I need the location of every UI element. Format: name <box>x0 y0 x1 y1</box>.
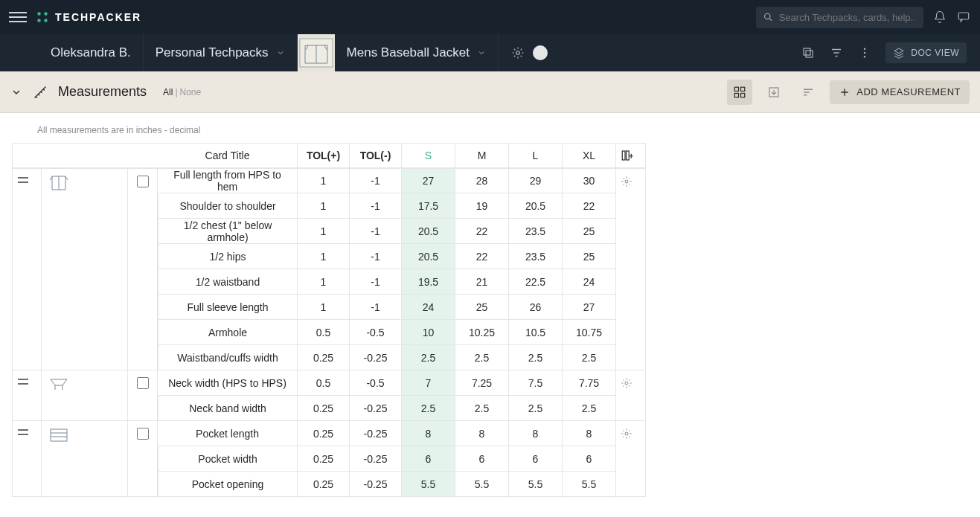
size-value-cell[interactable]: 2.5 <box>563 396 616 421</box>
measurement-title-cell[interactable]: 1/2 waistband <box>158 269 298 295</box>
tol-minus-cell[interactable]: -1 <box>350 244 402 269</box>
drag-handle[interactable] <box>12 421 42 497</box>
tol-minus-cell[interactable]: -1 <box>350 269 402 295</box>
breadcrumb-workspace[interactable]: Personal Techpacks <box>144 34 298 71</box>
size-value-cell[interactable]: 2.5 <box>509 345 563 370</box>
notifications-icon[interactable] <box>932 10 947 25</box>
size-value-cell[interactable]: 19.5 <box>402 269 455 295</box>
row-settings-button[interactable] <box>616 421 646 497</box>
tol-minus-cell[interactable]: -1 <box>350 219 402 244</box>
size-value-cell[interactable]: 21 <box>455 269 509 295</box>
add-size-column-button[interactable] <box>616 143 646 168</box>
project-thumbnail[interactable] <box>298 34 335 71</box>
col-size-xl[interactable]: XL <box>563 143 616 168</box>
drag-handle[interactable] <box>12 370 42 421</box>
size-value-cell[interactable]: 10.25 <box>455 320 509 345</box>
size-value-cell[interactable]: 6 <box>455 446 509 472</box>
copy-icon[interactable] <box>801 45 816 60</box>
size-value-cell[interactable]: 8 <box>563 421 616 446</box>
measurement-title-cell[interactable]: Neck band width <box>158 396 298 421</box>
tol-plus-cell[interactable]: 1 <box>298 244 350 269</box>
filter-none-link[interactable]: None <box>180 87 202 97</box>
section-collapse-icon[interactable] <box>10 86 22 98</box>
size-value-cell[interactable]: 20.5 <box>509 193 563 219</box>
tol-plus-cell[interactable]: 1 <box>298 168 350 193</box>
tol-plus-cell[interactable]: 1 <box>298 219 350 244</box>
measurement-title-cell[interactable]: Pocket width <box>158 446 298 472</box>
measurement-title-cell[interactable]: 1/2 chest (1" below armhole) <box>158 219 298 244</box>
tol-plus-cell[interactable]: 1 <box>298 295 350 320</box>
tol-plus-cell[interactable]: 0.25 <box>298 446 350 472</box>
size-value-cell[interactable]: 26 <box>509 295 563 320</box>
group-checkbox[interactable] <box>128 370 158 421</box>
group-thumbnail[interactable] <box>42 421 128 497</box>
size-value-cell[interactable]: 8 <box>402 421 455 446</box>
measurement-title-cell[interactable]: Waistband/cuffs width <box>158 345 298 370</box>
tol-minus-cell[interactable]: -1 <box>350 168 402 193</box>
col-size-m[interactable]: M <box>455 143 509 168</box>
row-settings-button[interactable] <box>616 168 646 370</box>
sort-button[interactable] <box>795 80 821 105</box>
size-value-cell[interactable]: 10.75 <box>563 320 616 345</box>
measurement-title-cell[interactable]: Shoulder to shoulder <box>158 193 298 219</box>
size-value-cell[interactable]: 7.5 <box>509 370 563 396</box>
size-value-cell[interactable]: 5.5 <box>509 472 563 497</box>
size-value-cell[interactable]: 10.5 <box>509 320 563 345</box>
size-value-cell[interactable]: 5.5 <box>563 472 616 497</box>
size-value-cell[interactable]: 22 <box>455 244 509 269</box>
breadcrumb-user[interactable]: Oleksandra B. <box>37 34 144 71</box>
size-value-cell[interactable]: 7.25 <box>455 370 509 396</box>
measurement-title-cell[interactable]: Full sleeve length <box>158 295 298 320</box>
more-vert-icon[interactable] <box>857 45 872 60</box>
filter-all-link[interactable]: All <box>163 87 173 97</box>
doc-view-button[interactable]: DOC VIEW <box>885 42 967 63</box>
tol-plus-cell[interactable]: 1 <box>298 193 350 219</box>
size-value-cell[interactable]: 5.5 <box>455 472 509 497</box>
size-value-cell[interactable]: 22.5 <box>509 269 563 295</box>
size-value-cell[interactable]: 7 <box>402 370 455 396</box>
size-value-cell[interactable]: 24 <box>563 269 616 295</box>
size-value-cell[interactable]: 2.5 <box>563 345 616 370</box>
size-value-cell[interactable]: 22 <box>563 193 616 219</box>
size-value-cell[interactable]: 27 <box>402 168 455 193</box>
size-value-cell[interactable]: 2.5 <box>402 345 455 370</box>
search-input[interactable] <box>778 11 916 24</box>
search-box[interactable] <box>756 7 923 28</box>
size-value-cell[interactable]: 28 <box>455 168 509 193</box>
size-value-cell[interactable]: 20.5 <box>402 244 455 269</box>
gear-icon[interactable] <box>510 45 525 60</box>
export-button[interactable] <box>761 80 787 105</box>
size-value-cell[interactable]: 6 <box>563 446 616 472</box>
tol-plus-cell[interactable]: 0.25 <box>298 345 350 370</box>
breadcrumb-project[interactable]: Mens Baseball Jacket <box>335 34 499 71</box>
size-value-cell[interactable]: 30 <box>563 168 616 193</box>
size-value-cell[interactable]: 5.5 <box>402 472 455 497</box>
size-value-cell[interactable]: 19 <box>455 193 509 219</box>
measurement-title-cell[interactable]: Armhole <box>158 320 298 345</box>
drag-handle[interactable] <box>12 168 42 370</box>
size-value-cell[interactable]: 17.5 <box>402 193 455 219</box>
avatar[interactable] <box>533 45 548 60</box>
size-value-cell[interactable]: 29 <box>509 168 563 193</box>
size-value-cell[interactable]: 2.5 <box>402 396 455 421</box>
tol-plus-cell[interactable]: 0.25 <box>298 472 350 497</box>
tol-plus-cell[interactable]: 0.25 <box>298 421 350 446</box>
size-value-cell[interactable]: 24 <box>402 295 455 320</box>
tol-plus-cell[interactable]: 0.5 <box>298 370 350 396</box>
measurement-title-cell[interactable]: Neck width (HPS to HPS) <box>158 370 298 396</box>
tol-minus-cell[interactable]: -0.25 <box>350 345 402 370</box>
tol-minus-cell[interactable]: -1 <box>350 193 402 219</box>
tol-minus-cell[interactable]: -1 <box>350 295 402 320</box>
tol-minus-cell[interactable]: -0.25 <box>350 421 402 446</box>
size-value-cell[interactable]: 2.5 <box>455 396 509 421</box>
size-value-cell[interactable]: 25 <box>563 219 616 244</box>
size-value-cell[interactable]: 6 <box>402 446 455 472</box>
add-measurement-button[interactable]: ADD MEASUREMENT <box>830 80 970 104</box>
group-checkbox[interactable] <box>128 421 158 497</box>
filter-icon[interactable] <box>829 45 844 60</box>
col-size-l[interactable]: L <box>509 143 563 168</box>
tol-plus-cell[interactable]: 0.5 <box>298 320 350 345</box>
measurement-title-cell[interactable]: 1/2 hips <box>158 244 298 269</box>
size-value-cell[interactable]: 25 <box>563 244 616 269</box>
tol-minus-cell[interactable]: -0.25 <box>350 396 402 421</box>
